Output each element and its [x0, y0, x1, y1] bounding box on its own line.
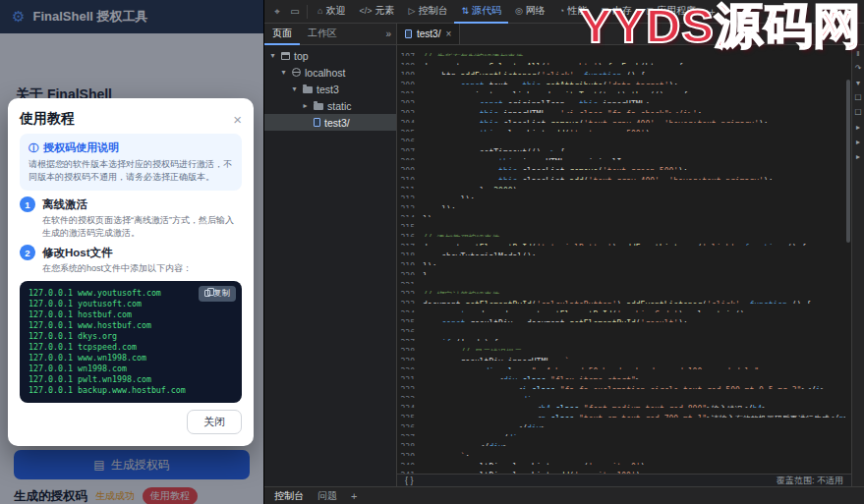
copy-button-label: 复制 — [213, 288, 230, 300]
devtools-tab-memory[interactable]: ▦内存 — [594, 0, 639, 24]
modal-close-button[interactable]: 关闭 — [187, 410, 242, 434]
code-line: 239 `; — [397, 446, 851, 456]
pretty-print-button[interactable]: { } — [405, 476, 414, 485]
tree-item-top[interactable]: ▾top — [264, 47, 396, 64]
code-line: 225 const resultDiv = document.getElemen… — [397, 312, 851, 322]
devtools-toolbar: ⌖▭ ⌂欢迎</>元素▷控制台⇅源代码◎网络◔性能▦内存▢应用程序 + — [264, 0, 864, 24]
overflow-tabs-icon[interactable]: » — [385, 28, 396, 39]
copy-icon — [204, 290, 210, 297]
tree-item-test3[interactable]: ▾test3 — [264, 81, 396, 97]
devtools-tab-sources[interactable]: ⇅源代码 — [454, 0, 508, 24]
devtools: ⌖▭ ⌂欢迎</>元素▷控制台⇅源代码◎网络◔性能▦内存▢应用程序 + 页面工作… — [263, 0, 864, 504]
sources-icon: ⇅ — [461, 6, 469, 16]
file-icon — [314, 118, 320, 127]
code-line: 229 resultDiv.innerHTML = ` — [397, 351, 851, 361]
step-description: 在软件的授权页面选择“离线激活”方式，然后输入生成的激活码完成激活。 — [42, 214, 242, 239]
code-line: 216// 添加教程按钮事件 — [397, 227, 851, 237]
devtools-tab-performance[interactable]: ◔性能 — [552, 0, 594, 24]
editor-tabs: test3/ × — [397, 24, 460, 44]
devtools-tab-elements[interactable]: </>元素 — [352, 0, 401, 24]
tree-item-label: top — [294, 50, 309, 62]
code-line: 219}); — [397, 255, 851, 265]
code-line: 207 setTimeout(() => { — [397, 141, 851, 151]
device-toolbar-icon[interactable]: ▭ — [286, 6, 304, 18]
rail-icon[interactable]: ☐ — [854, 94, 861, 102]
rail-icon[interactable]: ▸ — [856, 139, 860, 146]
code-area: 197// 为所有复制按钮添加事件198document.querySelect… — [397, 45, 851, 474]
chevron-right-icon[interactable]: ▸ — [301, 101, 310, 110]
finalshell-page: ⚙ FinalShell 授权工具 关于 FinalShell ▤ 生成授权码 … — [0, 0, 263, 504]
more-panels-button[interactable]: + — [703, 6, 720, 18]
code-line: 231 <div class="flex items-start"> — [397, 369, 851, 379]
step-number-badge: 2 — [20, 245, 35, 260]
copy-button[interactable]: 复制 — [199, 286, 236, 302]
chevron-down-icon[interactable]: ▾ — [279, 68, 288, 77]
host-entry: 127.0.0.1 backup.www.hostbuf.com — [29, 385, 233, 396]
close-icon[interactable]: × — [233, 112, 242, 127]
tree-item-label: test3 — [317, 84, 339, 95]
notice-title: 授权码使用说明 — [43, 140, 119, 155]
host-entry: 127.0.0.1 tcpspeed.com — [29, 342, 233, 353]
drawer-tab-控制台[interactable]: 控制台 — [274, 489, 304, 503]
file-icon — [405, 29, 412, 38]
code-line: 209 this.classList.remove('text-green-50… — [397, 160, 851, 170]
hosts-code-block: 复制 127.0.0.1 www.youtusoft.com127.0.0.1 … — [20, 281, 242, 403]
tab-label: 性能 — [567, 4, 587, 18]
editor-scrollbar[interactable] — [845, 45, 851, 474]
devtools-panel-tabs: ⌂欢迎</>元素▷控制台⇅源代码◎网络◔性能▦内存▢应用程序 — [311, 0, 703, 23]
code-text: } — [423, 272, 428, 275]
code-line: 222// 绑定计算按钮事件 — [397, 284, 851, 294]
host-entry: 127.0.0.1 www.hostbuf.com — [29, 320, 233, 331]
chevron-down-icon[interactable]: ▾ — [290, 84, 299, 93]
code-line: 220} — [397, 265, 851, 275]
devtools-tab-application[interactable]: ▢应用程序 — [639, 0, 704, 24]
code-line: 221 — [397, 275, 851, 285]
sidebar-tab-页面[interactable]: 页面 — [264, 24, 300, 45]
scrollbar-thumb[interactable] — [846, 80, 850, 243]
drawer-tab-问题[interactable]: 问题 — [317, 489, 337, 503]
tab-label: 欢迎 — [325, 4, 345, 18]
code-line: 217document.getElementById('tutorialButt… — [397, 237, 851, 247]
screenshot-root: ⚙ FinalShell 授权工具 关于 FinalShell ▤ 生成授权码 … — [0, 0, 864, 504]
tab-label: 应用程序 — [657, 4, 696, 18]
step-description: 在您系统的host文件中添加以下内容： — [42, 262, 242, 275]
close-tab-icon[interactable]: × — [445, 28, 451, 39]
tree-item-test3[interactable]: test3/ — [264, 114, 396, 131]
rail-icon[interactable]: ↷ — [855, 65, 862, 73]
rail-icon[interactable]: ▸ — [856, 124, 860, 132]
globe-icon — [292, 68, 301, 77]
code-line: 213 }); — [397, 198, 851, 208]
rail-icon[interactable]: ▾ — [856, 80, 860, 87]
tree-item-static[interactable]: ▸static — [264, 97, 396, 114]
host-entry: 127.0.0.1 dkys.org — [29, 331, 233, 342]
step-title: 修改Host文件 — [42, 246, 113, 260]
tree-item-localhost[interactable]: ▾localhost — [264, 64, 396, 81]
sidebar-tab-工作区[interactable]: 工作区 — [300, 24, 345, 45]
performance-icon: ◔ — [559, 6, 564, 16]
rail-icon[interactable]: ‖ — [856, 50, 859, 58]
code-line: 211 }, 2000); — [397, 180, 851, 190]
rail-icon[interactable]: ▸ — [856, 153, 860, 161]
devtools-tab-network[interactable]: ◎网络 — [508, 0, 552, 24]
code-line: 223document.getElementById('calculateBut… — [397, 294, 851, 304]
code-text: }); — [423, 215, 436, 218]
code-line: 234 <h4 class="font-medium text-red-800"… — [397, 398, 851, 408]
code-line: 200 const text = this.getAttribute('data… — [397, 75, 851, 84]
code-line: 203 this.innerHTML = '<i class="fa fa-ch… — [397, 103, 851, 113]
tutorial-modal: 使用教程 × ⓘ 授权码使用说明 请根据您的软件版本选择对应的授权码进行激活，不… — [8, 98, 254, 446]
add-drawer-tab-button[interactable]: + — [351, 490, 357, 502]
devtools-tab-welcome[interactable]: ⌂欢迎 — [311, 0, 352, 24]
code-line: 202 const originalIcon = this.innerHTML; — [397, 93, 851, 103]
code-line: 214}); — [397, 208, 851, 218]
code-line: 241 resultDiv.classList.add('opacity-100… — [397, 465, 851, 474]
folder-icon — [303, 86, 313, 93]
devtools-tab-console[interactable]: ▷控制台 — [401, 0, 454, 24]
editor-tab-test3[interactable]: test3/ × — [397, 24, 460, 44]
code-line: 230 <div class="p-4 bg-red-50 border bor… — [397, 361, 851, 370]
code-line: 224 const code = document.getElementById… — [397, 304, 851, 313]
rail-icon[interactable]: ☐ — [854, 109, 861, 117]
code-line: 232 <i class="fa fa-exclamation-circle t… — [397, 379, 851, 389]
inspect-icon[interactable]: ⌖ — [268, 6, 286, 18]
line-number[interactable]: 241 — [397, 472, 423, 474]
chevron-down-icon[interactable]: ▾ — [268, 51, 277, 60]
